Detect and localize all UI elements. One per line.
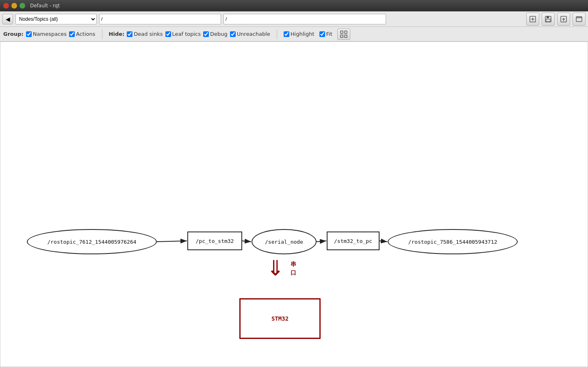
serial-chars: 串口 xyxy=(291,260,296,277)
node-stm32: STM32 xyxy=(239,298,321,339)
maximize-window-button[interactable] xyxy=(20,3,25,9)
actions-checkbox[interactable] xyxy=(69,31,75,37)
fit-checkbox[interactable] xyxy=(319,31,325,37)
leaf-topics-checkbox[interactable] xyxy=(165,31,171,37)
filter-input-2[interactable] xyxy=(223,14,386,24)
actions-label: Actions xyxy=(76,31,95,37)
load-icon xyxy=(529,15,536,23)
node-pc-to-stm32-label: /pc_to_stm32 xyxy=(196,238,234,244)
hide-section: Hide: Dead sinks Leaf topics Debug Unrea… xyxy=(109,31,270,37)
highlight-checkbox-item[interactable]: Highlight xyxy=(284,31,315,37)
terminal-button[interactable] xyxy=(573,13,586,26)
leaf-topics-label: Leaf topics xyxy=(172,31,201,37)
debug-label: Debug xyxy=(210,31,228,37)
node-serial-node: /serial_node xyxy=(252,229,317,254)
export-icon xyxy=(560,15,567,23)
titlebar: Default - rqt xyxy=(0,0,588,11)
leaf-topics-checkbox-item[interactable]: Leaf topics xyxy=(165,31,201,37)
dead-sinks-checkbox[interactable] xyxy=(127,31,132,37)
svg-rect-9 xyxy=(576,17,582,18)
node-stm32-to-pc: /stm32_to_pc xyxy=(327,232,380,250)
arrow-2 xyxy=(242,241,251,242)
save-icon xyxy=(545,15,552,23)
dead-sinks-label: Dead sinks xyxy=(134,31,163,37)
namespaces-checkbox[interactable] xyxy=(26,31,32,37)
unreachable-checkbox-item[interactable]: Unreachable xyxy=(230,31,270,37)
svg-rect-12 xyxy=(341,35,343,37)
node-rostopic-left: /rostopic_7612_1544005976264 xyxy=(27,229,157,254)
nav-back-button[interactable]: ◀ xyxy=(2,14,13,24)
minimize-window-button[interactable] xyxy=(11,3,17,9)
namespaces-label: Namespaces xyxy=(33,31,67,37)
node-topic-selector[interactable]: Nodes onlyTopics onlyNodes/Topics (all) xyxy=(15,14,97,24)
node-rostopic-right: /rostopic_7586_1544005943712 xyxy=(388,229,518,254)
window-title: Default - rqt xyxy=(30,3,60,9)
separator-2 xyxy=(277,29,277,39)
toolbar-row2: Group: Namespaces Actions Hide: Dead sin… xyxy=(0,27,588,42)
unreachable-label: Unreachable xyxy=(237,31,270,37)
debug-checkbox-item[interactable]: Debug xyxy=(203,31,228,37)
node-rostopic-left-label: /rostopic_7612_1544005976264 xyxy=(47,239,136,245)
hide-label: Hide: xyxy=(109,31,125,37)
load-button[interactable] xyxy=(526,13,539,26)
terminal-icon xyxy=(575,15,583,23)
close-window-button[interactable] xyxy=(3,3,9,9)
fit-view-icon xyxy=(340,30,348,38)
svg-rect-10 xyxy=(341,31,343,33)
separator-1 xyxy=(102,29,102,39)
svg-rect-4 xyxy=(547,16,549,18)
node-rostopic-right-label: /rostopic_7586_1544005943712 xyxy=(408,239,497,245)
node-stm32-to-pc-label: /stm32_to_pc xyxy=(334,238,372,244)
node-pc-to-stm32: /pc_to_stm32 xyxy=(187,232,242,250)
debug-checkbox[interactable] xyxy=(203,31,209,37)
graph-canvas[interactable]: /rostopic_7612_1544005976264 /pc_to_stm3… xyxy=(0,42,588,367)
actions-checkbox-item[interactable]: Actions xyxy=(69,31,95,37)
arrow-4 xyxy=(380,241,387,242)
fit-view-button[interactable] xyxy=(337,28,350,40)
highlight-checkbox[interactable] xyxy=(284,31,289,37)
toolbar-row1: ◀ Nodes onlyTopics onlyNodes/Topics (all… xyxy=(0,11,588,27)
fit-label: Fit xyxy=(326,31,332,37)
dead-sinks-checkbox-item[interactable]: Dead sinks xyxy=(127,31,163,37)
group-section: Group: Namespaces Actions xyxy=(3,31,95,37)
down-arrow-icon: ⇓ xyxy=(267,258,284,279)
fit-checkbox-item[interactable]: Fit xyxy=(319,31,332,37)
filter-input-1[interactable] xyxy=(99,14,221,24)
namespaces-checkbox-item[interactable]: Namespaces xyxy=(26,31,67,37)
arrow-3 xyxy=(317,241,326,242)
node-stm32-label: STM32 xyxy=(271,315,289,322)
svg-rect-11 xyxy=(345,31,347,33)
highlight-label: Highlight xyxy=(291,31,315,37)
svg-rect-13 xyxy=(345,35,347,37)
node-serial-node-label: /serial_node xyxy=(265,239,303,245)
unreachable-checkbox[interactable] xyxy=(230,31,236,37)
svg-rect-5 xyxy=(546,19,550,22)
export-button[interactable] xyxy=(557,13,570,26)
arrow-1 xyxy=(157,241,187,242)
group-label: Group: xyxy=(3,31,24,37)
save-button[interactable] xyxy=(542,13,555,26)
